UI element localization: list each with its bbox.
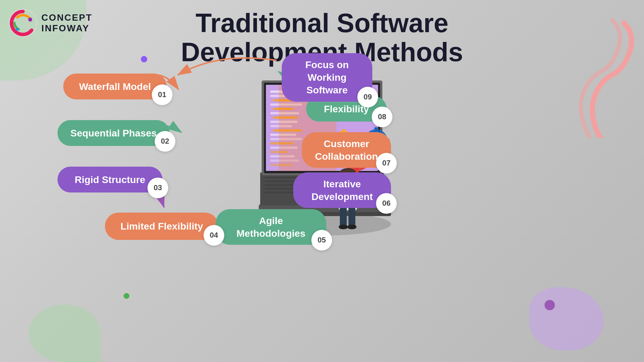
- item-wrapper-03: Rigid Structure03: [57, 167, 185, 192]
- bg-dot-purple-bottom: [545, 300, 555, 310]
- svg-rect-70: [348, 207, 355, 227]
- logo-text: CONCEPT INFOWAY: [41, 12, 92, 34]
- svg-point-1: [28, 18, 32, 22]
- item-wrapper-01: Waterfall Model01: [63, 74, 190, 99]
- item-number-05: 05: [311, 230, 332, 251]
- item-number-01: 01: [152, 84, 172, 105]
- svg-point-2: [16, 28, 19, 31]
- item-wrapper-09: Focus on WorkingSoftware09: [282, 53, 395, 102]
- logo: CONCEPT INFOWAY: [9, 9, 92, 37]
- bg-blob-bottom-left: [29, 305, 101, 362]
- svg-rect-52: [374, 127, 378, 132]
- item-number-08: 08: [372, 107, 392, 127]
- item-bubble-01: Waterfall Model01: [63, 74, 167, 99]
- item-bubble-03: Rigid Structure03: [57, 167, 162, 192]
- item-wrapper-07: CustomerCollaboration07: [302, 132, 414, 168]
- bg-blob-bottom-right: [529, 287, 604, 351]
- item-bubble-04: Limited Flexibility04: [105, 213, 218, 240]
- item-bubble-05: AgileMethodologies05: [216, 209, 326, 245]
- item-number-06: 06: [376, 193, 397, 214]
- item-bubble-07: CustomerCollaboration07: [302, 132, 391, 168]
- logo-icon: [9, 9, 37, 37]
- bg-dot-purple-top: [141, 56, 147, 62]
- item-wrapper-06: IterativeDevelopment06: [293, 172, 414, 208]
- logo-name-top: CONCEPT: [41, 12, 92, 23]
- item-number-02: 02: [155, 131, 175, 152]
- item-number-07: 07: [376, 153, 397, 174]
- item-wrapper-02: Sequential Phases02: [57, 120, 193, 146]
- item-number-03: 03: [147, 178, 168, 198]
- bg-swirl-top-right: [555, 17, 635, 138]
- item-bubble-02: Sequential Phases02: [57, 120, 170, 146]
- item-number-09: 09: [357, 87, 378, 107]
- bg-dot-green-bottom: [124, 293, 129, 299]
- item-wrapper-05: AgileMethodologies05: [216, 209, 349, 245]
- item-number-04: 04: [204, 225, 224, 246]
- item-bubble-06: IterativeDevelopment06: [293, 172, 391, 208]
- logo-name-bottom: INFOWAY: [41, 23, 92, 34]
- title-line1: Traditional Software: [181, 9, 463, 38]
- item-bubble-09: Focus on WorkingSoftware09: [282, 53, 372, 102]
